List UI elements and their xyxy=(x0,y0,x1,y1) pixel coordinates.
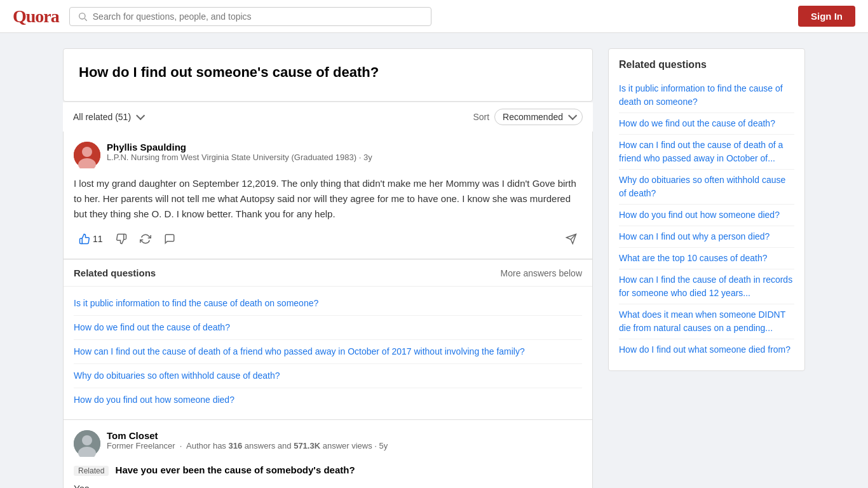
comment-icon xyxy=(164,233,175,245)
comment-button[interactable] xyxy=(159,229,180,248)
sidebar-link[interactable]: How do you find out how someone died? xyxy=(619,205,794,226)
list-item: Is it public information to find the cau… xyxy=(74,292,582,316)
related-question-inline: Have you ever been the cause of somebody… xyxy=(116,464,355,475)
upvote-icon xyxy=(79,233,90,245)
sidebar-link[interactable]: How can I find out why a person died? xyxy=(619,226,794,248)
author-meta: Author has xyxy=(186,441,226,451)
sign-in-button[interactable]: Sign In xyxy=(798,6,855,27)
answerer-row-2: Tom Closet Former Freelancer · Author ha… xyxy=(74,430,582,457)
svg-point-3 xyxy=(82,147,92,157)
avatar-image-2 xyxy=(74,430,100,457)
answerer-row: Phyllis Spaulding L.P.N. Nursing from We… xyxy=(74,142,582,168)
views-label: answer views · 5y xyxy=(323,441,388,451)
more-answers-label: More answers below xyxy=(501,268,582,278)
related-link[interactable]: How can I find out the cause of death of… xyxy=(74,346,525,356)
related-badge: Related xyxy=(74,466,109,476)
related-title: Related questions xyxy=(74,268,156,278)
answer-text: I lost my grand daughter on September 12… xyxy=(74,176,582,222)
avatar-image xyxy=(74,142,100,168)
search-input[interactable] xyxy=(93,11,424,22)
svg-line-1 xyxy=(85,18,86,20)
related-link[interactable]: Is it public information to find the cau… xyxy=(74,298,318,308)
sidebar-link[interactable]: Why do obituaries so often withhold caus… xyxy=(619,170,794,205)
related-list: Is it public information to find the cau… xyxy=(64,287,592,419)
question-title: How do I find out someone's cause of dea… xyxy=(79,64,577,81)
rotate-icon xyxy=(140,233,151,245)
chevron-down-icon xyxy=(568,111,577,120)
related-question-row: Related Have you ever been the cause of … xyxy=(74,464,582,476)
answerer-credentials: L.P.N. Nursing from West Virginia State … xyxy=(107,152,372,162)
list-item: How do you find out how someone died? xyxy=(74,388,582,412)
avatar-tom xyxy=(74,430,100,457)
list-item: Why do obituaries so often withhold caus… xyxy=(74,364,582,388)
related-link[interactable]: Why do obituaries so often withhold caus… xyxy=(74,370,280,381)
related-header-row: Related questions More answers below xyxy=(64,259,592,287)
answers-label: answers and xyxy=(245,441,292,451)
role-label: Former Freelancer xyxy=(107,441,175,451)
sidebar-link[interactable]: How do we find out the cause of death? xyxy=(619,113,794,135)
sidebar-link[interactable]: How can I find out the cause of death of… xyxy=(619,135,794,170)
answerer-info: Phyllis Spaulding L.P.N. Nursing from We… xyxy=(107,142,372,162)
page-container: How do I find out someone's cause of dea… xyxy=(53,33,815,488)
sidebar: Related questions Is it public informati… xyxy=(608,48,805,488)
recommended-label: Recommended xyxy=(503,112,563,122)
sidebar-link[interactable]: Is it public information to find the cau… xyxy=(619,78,794,113)
action-bar: 11 xyxy=(74,229,582,248)
vote-count: 11 xyxy=(93,234,103,244)
sidebar-card: Related questions Is it public informati… xyxy=(608,48,805,371)
list-item: How can I find out the cause of death of… xyxy=(74,340,582,364)
svg-point-0 xyxy=(79,13,85,18)
sidebar-title: Related questions xyxy=(619,59,794,71)
answerer-info-2: Tom Closet Former Freelancer · Author ha… xyxy=(107,430,388,451)
question-card: How do I find out someone's cause of dea… xyxy=(63,48,593,102)
answers-count: 316 xyxy=(228,441,242,451)
answerer-credentials-2: Former Freelancer · Author has 316 answe… xyxy=(107,441,388,451)
views-count: 571.3K xyxy=(294,441,320,451)
downvote-button[interactable] xyxy=(111,229,132,248)
share-rotate-button[interactable] xyxy=(135,229,156,248)
related-questions-inline: Related questions More answers below Is … xyxy=(63,259,593,420)
answer-text-2: Yes. xyxy=(74,481,582,488)
sort-label: Sort xyxy=(473,112,489,122)
sidebar-link[interactable]: How can I find the cause of death in rec… xyxy=(619,269,794,304)
downvote-icon xyxy=(116,233,127,245)
header: Quora Sign In xyxy=(0,0,868,33)
share-icon xyxy=(566,233,577,245)
sort-dropdown[interactable]: Recommended xyxy=(494,109,583,125)
sidebar-link[interactable]: How do I find out what someone died from… xyxy=(619,339,794,360)
sort-area: Sort Recommended xyxy=(473,109,583,125)
answerer-name[interactable]: Phyllis Spaulding xyxy=(107,142,372,152)
avatar-phyllis xyxy=(74,142,100,168)
related-link[interactable]: How do we find out the cause of death? xyxy=(74,322,230,332)
list-item: How do we find out the cause of death? xyxy=(74,316,582,340)
search-bar[interactable] xyxy=(69,7,432,26)
upvote-button[interactable]: 11 xyxy=(74,229,108,248)
share-button[interactable] xyxy=(560,229,582,248)
svg-point-8 xyxy=(82,435,92,445)
filter-bar: All related (51) Sort Recommended xyxy=(63,102,593,132)
answerer-name-2[interactable]: Tom Closet xyxy=(107,430,388,441)
chevron-down-icon xyxy=(136,111,145,120)
sidebar-link[interactable]: What does it mean when someone DIDNT die… xyxy=(619,304,794,339)
search-icon xyxy=(78,11,88,22)
quora-logo[interactable]: Quora xyxy=(13,6,59,27)
answer-card-2: Tom Closet Former Freelancer · Author ha… xyxy=(63,420,593,488)
related-link[interactable]: How do you find out how someone died? xyxy=(74,395,234,405)
all-related-label: All related (51) xyxy=(73,112,131,122)
main-content: How do I find out someone's cause of dea… xyxy=(63,48,593,488)
sidebar-link[interactable]: What are the top 10 causes of death? xyxy=(619,248,794,269)
all-related-filter[interactable]: All related (51) xyxy=(73,112,142,122)
answer-card-1: Phyllis Spaulding L.P.N. Nursing from We… xyxy=(63,132,593,259)
